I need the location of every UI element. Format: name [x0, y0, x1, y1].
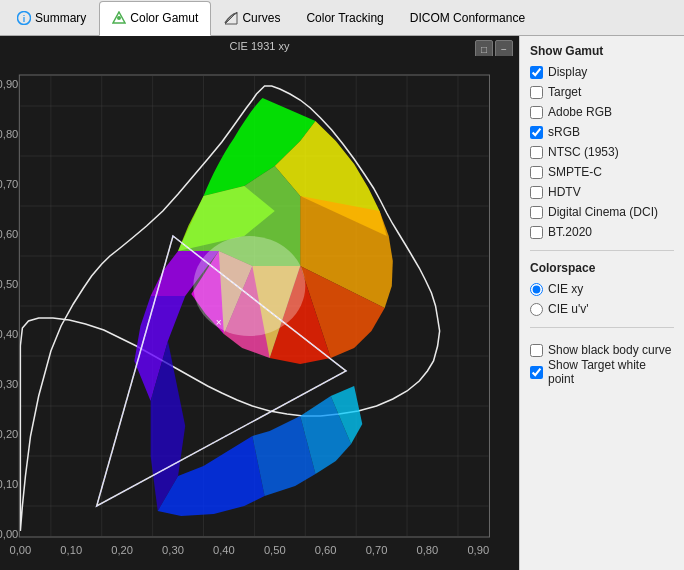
- smpte-label[interactable]: SMPTE-C: [548, 165, 602, 179]
- ntsc-checkbox[interactable]: [530, 146, 543, 159]
- svg-text:0,60: 0,60: [0, 228, 18, 240]
- svg-text:0,40: 0,40: [0, 328, 18, 340]
- gamut-icon: [112, 11, 126, 25]
- svg-text:0,30: 0,30: [162, 544, 184, 556]
- gamut-bt2020-row: BT.2020: [530, 225, 674, 239]
- svg-point-3: [117, 16, 121, 20]
- cie-uv-radio[interactable]: [530, 303, 543, 316]
- main-content: CIE 1931 xy □ −: [0, 36, 684, 570]
- colorspace-xy-row: CIE xy: [530, 282, 674, 296]
- hdtv-label[interactable]: HDTV: [548, 185, 581, 199]
- tab-color-tracking[interactable]: Color Tracking: [293, 0, 396, 35]
- tab-color-gamut[interactable]: Color Gamut: [99, 1, 211, 36]
- bottom-checks: Show black body curve Show Target white …: [530, 342, 674, 387]
- svg-text:0,90: 0,90: [0, 78, 18, 90]
- svg-text:0,30: 0,30: [0, 378, 18, 390]
- gamut-ntsc-row: NTSC (1953): [530, 145, 674, 159]
- divider-2: [530, 327, 674, 328]
- tab-bar: i Summary Color Gamut Curves Color Track…: [0, 0, 684, 36]
- gamut-display-row: Display: [530, 65, 674, 79]
- svg-text:0,50: 0,50: [0, 278, 18, 290]
- display-checkbox[interactable]: [530, 66, 543, 79]
- ntsc-label[interactable]: NTSC (1953): [548, 145, 619, 159]
- chart-area: CIE 1931 xy □ −: [0, 36, 519, 570]
- target-white-label[interactable]: Show Target white point: [548, 358, 674, 386]
- target-white-row: Show Target white point: [530, 358, 674, 386]
- srgb-label[interactable]: sRGB: [548, 125, 580, 139]
- black-body-checkbox[interactable]: [530, 344, 543, 357]
- black-body-label[interactable]: Show black body curve: [548, 343, 671, 357]
- target-label[interactable]: Target: [548, 85, 581, 99]
- info-icon: i: [17, 11, 31, 25]
- svg-marker-4: [225, 12, 237, 24]
- cie-diagram: 0,00 0,10 0,20 0,30 0,40 0,50 0,60 0,70 …: [0, 56, 519, 566]
- colorspace-label: Colorspace: [530, 261, 674, 275]
- svg-text:0,70: 0,70: [366, 544, 388, 556]
- tab-summary[interactable]: i Summary: [4, 0, 99, 35]
- smpte-checkbox[interactable]: [530, 166, 543, 179]
- show-gamut-label: Show Gamut: [530, 44, 674, 58]
- chart-title: CIE 1931 xy: [0, 36, 519, 56]
- tab-color-gamut-label: Color Gamut: [130, 11, 198, 25]
- tab-dicom-label: DICOM Conformance: [410, 11, 525, 25]
- gamut-adobe-row: Adobe RGB: [530, 105, 674, 119]
- tab-curves[interactable]: Curves: [211, 0, 293, 35]
- target-white-checkbox[interactable]: [530, 366, 543, 379]
- cie-uv-label[interactable]: CIE u'v': [548, 302, 589, 316]
- target-checkbox[interactable]: [530, 86, 543, 99]
- svg-point-46: [193, 236, 305, 336]
- svg-text:0,20: 0,20: [0, 428, 18, 440]
- srgb-checkbox[interactable]: [530, 126, 543, 139]
- adobe-rgb-label[interactable]: Adobe RGB: [548, 105, 612, 119]
- svg-text:0,60: 0,60: [315, 544, 337, 556]
- divider-1: [530, 250, 674, 251]
- bt2020-label[interactable]: BT.2020: [548, 225, 592, 239]
- gamut-dci-row: Digital Cinema (DCI): [530, 205, 674, 219]
- gamut-hdtv-row: HDTV: [530, 185, 674, 199]
- tab-summary-label: Summary: [35, 11, 86, 25]
- svg-text:0,00: 0,00: [0, 528, 18, 540]
- tab-dicom[interactable]: DICOM Conformance: [397, 0, 538, 35]
- tab-curves-label: Curves: [242, 11, 280, 25]
- svg-text:0,10: 0,10: [60, 544, 82, 556]
- sidebar: Show Gamut Display Target Adobe RGB sRGB…: [519, 36, 684, 570]
- svg-text:0,00: 0,00: [9, 544, 31, 556]
- cie-xy-radio[interactable]: [530, 283, 543, 296]
- gamut-srgb-row: sRGB: [530, 125, 674, 139]
- dci-label[interactable]: Digital Cinema (DCI): [548, 205, 658, 219]
- svg-text:0,10: 0,10: [0, 478, 18, 490]
- dci-checkbox[interactable]: [530, 206, 543, 219]
- svg-text:0,70: 0,70: [0, 178, 18, 190]
- display-label[interactable]: Display: [548, 65, 587, 79]
- bt2020-checkbox[interactable]: [530, 226, 543, 239]
- gamut-target-row: Target: [530, 85, 674, 99]
- curves-icon: [224, 11, 238, 25]
- black-body-row: Show black body curve: [530, 343, 674, 357]
- hdtv-checkbox[interactable]: [530, 186, 543, 199]
- chart-svg-container: 0,00 0,10 0,20 0,30 0,40 0,50 0,60 0,70 …: [0, 56, 519, 566]
- svg-text:i: i: [23, 14, 26, 24]
- tab-color-tracking-label: Color Tracking: [306, 11, 383, 25]
- gamut-smpte-row: SMPTE-C: [530, 165, 674, 179]
- svg-text:0,20: 0,20: [111, 544, 133, 556]
- svg-text:×: ×: [216, 317, 222, 328]
- cie-xy-label[interactable]: CIE xy: [548, 282, 583, 296]
- svg-text:0,40: 0,40: [213, 544, 235, 556]
- svg-text:0,50: 0,50: [264, 544, 286, 556]
- colorspace-uv-row: CIE u'v': [530, 302, 674, 316]
- adobe-rgb-checkbox[interactable]: [530, 106, 543, 119]
- svg-text:0,80: 0,80: [417, 544, 439, 556]
- svg-text:0,90: 0,90: [467, 544, 489, 556]
- svg-text:0,80: 0,80: [0, 128, 18, 140]
